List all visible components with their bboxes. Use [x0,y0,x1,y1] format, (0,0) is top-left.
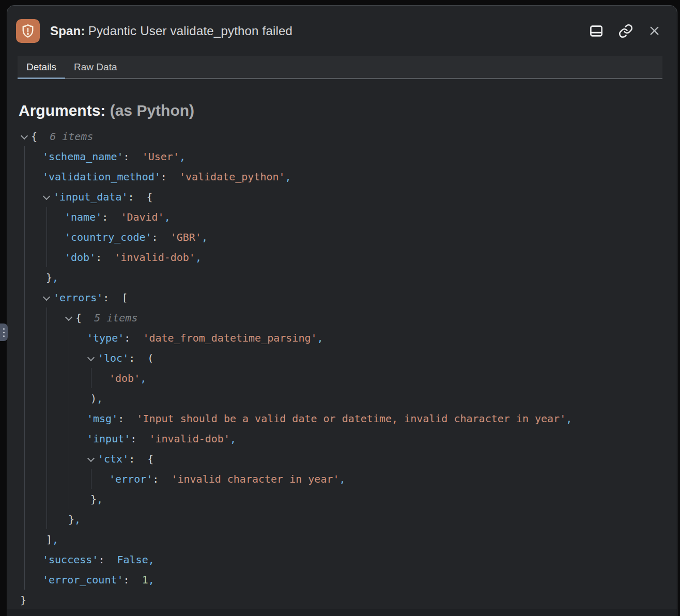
arguments-heading-qualifier: (as Python) [110,102,194,119]
code-token: , [148,553,154,566]
code-line: 'type': 'date_from_datetime_parsing', [19,328,677,348]
indent-guide [24,469,25,489]
code-token: 'dob' [109,372,140,384]
indent-guide [24,368,25,388]
code-token: 'invalid-dob' [149,433,230,445]
code-token: 'type' [87,332,124,344]
code-line: 'error': 'invalid character in year', [19,469,677,489]
code-token: : ( [129,352,153,364]
code-token: False [117,553,148,566]
indent-guide [47,247,47,267]
tab-details[interactable]: Details [18,56,65,78]
collapse-chevron-icon[interactable] [65,314,75,322]
span-detail-panel: Span:Pydantic User validate_python faile… [7,5,677,616]
code-token: : [124,332,143,344]
code-token: : [ [103,291,128,304]
code-line: 'country_code': 'GBR', [19,227,677,247]
tab-raw-data[interactable]: Raw Data [65,56,126,78]
copy-link-icon[interactable] [618,23,633,39]
code-token: } [20,594,26,606]
code-token: : [123,150,142,163]
code-token: 'msg' [87,412,118,425]
indent-guide [24,146,25,166]
code-line: ), [19,388,677,408]
indent-guide [24,307,25,328]
indent-guide [69,449,69,469]
collapse-chevron-icon[interactable] [20,132,31,141]
code-line: { 5 items [19,307,677,328]
indent-guide [24,449,25,469]
indent-guide [24,247,25,267]
indent-guide [24,227,25,247]
code-line: 'validation_method': 'validate_python', [19,166,677,187]
code-token: , [285,171,291,183]
code-token: , [566,412,572,425]
indent-guide [69,348,69,368]
indent-guide [24,509,25,529]
code-token: 'User' [142,150,179,163]
indent-guide [47,449,47,469]
indent-guide [47,469,47,489]
code-token: ) [90,392,97,405]
indent-guide [47,227,47,247]
code-line: 'dob': 'invalid-dob', [19,247,677,267]
indent-guide [24,207,25,227]
dock-panel-icon[interactable] [589,23,604,39]
code-line: }, [19,509,677,529]
panel-resize-handle[interactable] [0,324,8,341]
indent-guide [69,328,69,348]
indent-guide [69,428,69,449]
indent-guide [24,569,25,590]
indent-guide [24,348,25,368]
indent-guide [47,328,47,348]
collapse-chevron-icon[interactable] [42,294,53,302]
code-token: : [98,553,117,566]
code-token: 'dob' [65,251,96,264]
code-token: 'loc' [98,352,129,364]
code-line: 'dob', [19,368,677,388]
code-token: : [118,412,136,425]
code-line: 'input_data': { [19,187,677,207]
code-token: : [130,433,149,445]
details-content: Arguments: (as Python) { 6 items'schema_… [7,101,677,610]
code-token: 'validate_python' [179,171,285,183]
indent-guide [24,388,25,408]
indent-guide [47,509,47,529]
collapse-chevron-icon[interactable] [87,354,98,362]
drag-dot [3,328,5,330]
indent-guide [24,428,25,449]
code-token: : [96,251,114,264]
indent-guide [47,307,47,328]
code-line: 'name': 'David', [19,207,677,227]
scrollbar-horizontal-track[interactable] [7,609,677,616]
code-token: : [102,211,120,223]
indent-guide [24,549,25,569]
indent-guide [47,428,47,449]
code-token: 1 [142,574,148,586]
indent-guide [69,388,69,408]
indent-guide [24,529,25,549]
code-token: , [52,533,58,546]
code-token: , [148,574,154,586]
code-token: , [230,433,236,445]
code-token: 'date_from_datetime_parsing' [143,332,317,344]
code-token: : { [128,191,153,203]
indent-guide [24,267,25,287]
indent-guide [47,368,47,388]
indent-guide [91,469,91,489]
code-line: ], [19,529,677,549]
code-token: 'Input should be a valid date or datetim… [136,412,566,425]
indent-guide [24,287,25,307]
collapse-chevron-icon[interactable] [87,455,98,463]
indent-guide [24,489,25,509]
code-token: , [52,271,58,284]
code-line: 'errors': [ [19,287,677,307]
indent-guide [69,469,69,489]
span-message: Pydantic User validate_python failed [88,24,292,38]
close-icon[interactable] [647,24,661,38]
code-token: , [317,332,323,344]
code-token: 'error' [109,473,152,485]
code-token: 'name' [65,211,102,223]
code-token: 'country_code' [65,231,152,243]
collapse-chevron-icon[interactable] [42,193,53,201]
